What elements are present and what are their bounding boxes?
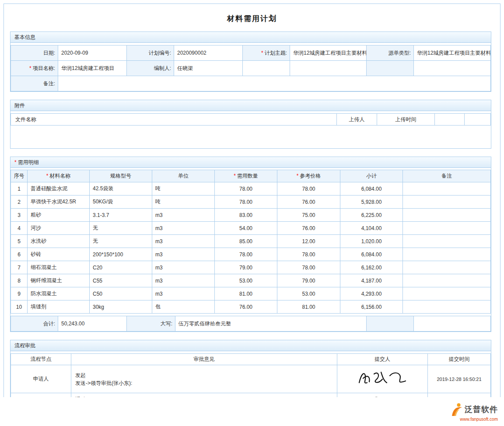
detail-qty: 83.00 — [215, 209, 277, 222]
col-header-remark: 备注 — [403, 170, 491, 182]
required-asterisk: * — [29, 65, 32, 71]
detail-material-name: 钢纤维混凝土 — [28, 274, 90, 287]
subject-label-text: 计划主题: — [265, 50, 287, 56]
caps-field[interactable]: 伍万零贰佰肆拾叁元整 — [175, 316, 367, 332]
detail-subtotal: 6,084.00 — [340, 182, 403, 196]
required-asterisk: * — [261, 50, 263, 56]
detail-row: 10 填缝剂 30kg 包 76.00 81.00 6,156.00 — [11, 300, 491, 314]
detail-material-name: 细石混凝土 — [28, 261, 90, 274]
detail-subtotal: 6,162.00 — [340, 261, 403, 274]
required-asterisk: * — [234, 173, 236, 179]
detail-no: 4 — [11, 222, 28, 235]
approval-node — [11, 393, 71, 398]
detail-price: 78.00 — [277, 248, 340, 261]
approval-submit-time — [428, 393, 491, 398]
empty-cell — [290, 61, 367, 76]
details-section: *需用明细 序号 *材料名称 规格型号 单位 *需用数量 *参考价格 小计 备注… — [10, 157, 491, 332]
source-type-field[interactable]: 华润12城房建工程项目主要材料 — [414, 45, 491, 61]
brand-name: 泛普软件 — [465, 404, 498, 415]
detail-material-name: 河沙 — [28, 222, 90, 235]
detail-spec: 50KG/袋 — [90, 196, 152, 209]
detail-remark — [403, 287, 491, 300]
basic-info-section-header: 基本信息 — [10, 32, 491, 43]
required-asterisk: * — [46, 173, 49, 179]
approval-section: 流程审批 流程节点 审批意见 提交人 提交时间 申请人 发起 发送->领导审批(… — [10, 340, 491, 397]
approval-col-submitter: 提交人 — [337, 354, 428, 365]
detail-no: 2 — [11, 196, 28, 209]
detail-price: 76.00 — [277, 196, 340, 209]
col-header-no: 序号 — [11, 170, 28, 182]
signature-image — [355, 394, 410, 397]
detail-spec: 30kg — [90, 300, 152, 314]
detail-qty: 79.00 — [215, 261, 277, 274]
remark-field[interactable] — [58, 76, 491, 91]
date-field[interactable]: 2020-09-09 — [58, 45, 127, 61]
project-field[interactable]: 华润12城房建工程项目 — [58, 61, 127, 76]
brand-url: www.fanpusoft.com — [432, 417, 498, 422]
approval-row: 通过 — [11, 393, 491, 398]
attachment-filename-header: 文件名称 — [11, 114, 337, 126]
detail-price: 53.00 — [277, 287, 340, 300]
detail-subtotal: 4,104.00 — [340, 222, 403, 235]
detail-remark — [403, 248, 491, 261]
approval-col-opinion: 审批意见 — [71, 354, 337, 365]
details-section-header: *需用明细 — [10, 157, 491, 168]
source-type-label: 源单类型: — [367, 45, 414, 61]
attachments-section: 附件 文件名称 上传人 上传时间 — [10, 100, 491, 149]
empty-cell — [414, 61, 491, 76]
detail-remark — [403, 196, 491, 209]
required-asterisk: * — [14, 159, 17, 165]
detail-price: 78.00 — [277, 261, 340, 274]
detail-spec: 无 — [90, 222, 152, 235]
detail-material-name: 水洗砂 — [28, 235, 90, 248]
empty-cell — [243, 61, 290, 76]
detail-subtotal: 5,928.00 — [340, 196, 403, 209]
detail-material-name: 填缝剂 — [28, 300, 90, 314]
detail-qty: 78.00 — [215, 248, 277, 261]
col-header-unit: 单位 — [152, 170, 215, 182]
detail-row: 4 河沙 无 m3 54.00 76.00 4,104.00 — [11, 222, 491, 235]
detail-unit: m3 — [152, 235, 215, 248]
detail-remark — [403, 209, 491, 222]
total-field[interactable]: 50,243.00 — [58, 316, 127, 332]
plan-no-label: 计划编号: — [127, 45, 174, 61]
col-header-material-text: 材料名称 — [49, 173, 70, 179]
approval-submit-time: 2019-12-28 16:50:21 — [428, 365, 491, 393]
detail-row: 3 粗砂 3.1-3.7 m3 83.00 75.00 6,225.00 — [11, 209, 491, 222]
required-asterisk: * — [297, 173, 299, 179]
detail-price: 79.00 — [277, 274, 340, 287]
detail-spec: 200*150*100 — [90, 248, 152, 261]
plan-no-field[interactable]: 2020090002 — [174, 45, 243, 61]
detail-material-name: 砂砖 — [28, 248, 90, 261]
basic-info-section: 基本信息 日期: 2020-09-09 计划编号: 2020090002 *计划… — [10, 31, 491, 92]
detail-remark — [403, 274, 491, 287]
detail-subtotal: 6,156.00 — [340, 300, 403, 314]
attachment-upload-time-header: 上传时间 — [377, 114, 435, 126]
compiler-field[interactable]: 任晓渠 — [174, 61, 243, 76]
detail-qty: 78.00 — [215, 196, 277, 209]
detail-price: 75.00 — [277, 209, 340, 222]
detail-price: 12.00 — [277, 235, 340, 248]
detail-no: 5 — [11, 235, 28, 248]
fanpu-logo-icon — [451, 402, 463, 416]
remark-label: 备注: — [11, 76, 58, 91]
detail-subtotal: 1,020.00 — [340, 235, 403, 248]
detail-subtotal: 4,187.00 — [340, 274, 403, 287]
project-label-text: 项目名称: — [33, 65, 55, 71]
detail-row: 1 普通硅酸盐水泥 42.5袋装 吨 78.00 78.00 6,084.00 — [11, 182, 491, 196]
detail-row: 2 早强快干水泥42.5R 50KG/袋 吨 78.00 76.00 5,928… — [11, 196, 491, 209]
detail-spec: 无 — [90, 235, 152, 248]
approval-opinion: 发起 发送->领导审批(张小东): — [71, 365, 337, 393]
detail-spec: 42.5袋装 — [90, 182, 152, 196]
detail-qty: 76.00 — [215, 300, 277, 314]
total-strip: 合计: 50,243.00 大写: 伍万零贰佰肆拾叁元整 — [10, 316, 491, 332]
detail-unit: 吨 — [152, 196, 215, 209]
detail-row: 7 细石混凝土 C20 m3 79.00 78.00 6,162.00 — [11, 261, 491, 274]
detail-no: 1 — [11, 182, 28, 196]
subject-field[interactable]: 华润12城房建工程项目主要材料 — [290, 45, 367, 61]
approval-col-time: 提交时间 — [428, 354, 491, 365]
empty-label-cell — [367, 61, 414, 76]
detail-unit: 吨 — [152, 182, 215, 196]
detail-remark — [403, 235, 491, 248]
approval-row: 申请人 发起 发送->领导审批(张小东): 2019-12-28 16:50:2… — [11, 365, 491, 393]
